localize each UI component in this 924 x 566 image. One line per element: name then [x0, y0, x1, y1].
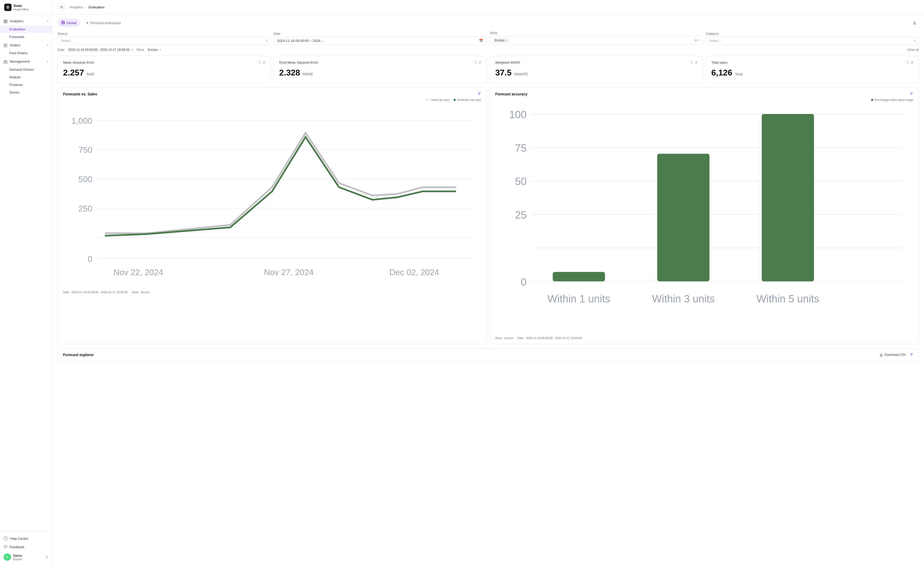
forecast-accuracy-footer: Store Encino Date 2024-11-18 00:00:00 - …	[495, 336, 913, 340]
analytics-nav-label: Analytics	[10, 19, 24, 23]
nav-section-management: Management ▾ Demand Drivers Notices Prod…	[0, 57, 52, 96]
sidebar-item-stores[interactable]: Stores	[0, 89, 52, 96]
sidebar-item-past-orders[interactable]: Past Orders	[0, 49, 52, 57]
filter-store-select[interactable]: Encino ✕ ⊗ ▾	[490, 36, 703, 45]
breadcrumb-separator: ›	[86, 5, 86, 9]
forecast-accuracy-card: Forecast accuracy Percentage within give…	[490, 87, 919, 344]
metric-wmape-info-icon[interactable]: ⓘ	[690, 60, 693, 65]
metric-mae-value: 2.257	[63, 68, 84, 77]
sidebar-item-forecasts[interactable]: Forecasts	[0, 33, 52, 41]
filter-category: Category Select... ▾	[706, 32, 919, 45]
svg-text:1,000: 1,000	[72, 116, 92, 125]
user-name: Demo	[13, 554, 22, 558]
download-csv-button[interactable]: Download CSV	[879, 353, 913, 357]
nav-section-management-header[interactable]: Management ▾	[0, 57, 52, 66]
help-centre-item[interactable]: ? Help Centre	[0, 534, 52, 543]
feedback-item[interactable]: Feedback	[0, 543, 52, 551]
nav-section-orders-header[interactable]: Orders ▾	[0, 41, 52, 50]
nav-section-analytics: Analytics ▾ Evaluation Forecasts	[0, 17, 52, 41]
legend-accuracy-dot	[871, 99, 873, 101]
metrics-row: Mean Absolute Error ⓘ ⊿ 2.257 MAE Root M…	[58, 56, 919, 83]
chart1-footer-store-value: Encino	[141, 291, 150, 294]
tab-global[interactable]: Global	[58, 19, 80, 27]
svg-text:0: 0	[88, 254, 92, 263]
svg-text:Nov 27, 2024: Nov 27, 2024	[264, 268, 314, 277]
orders-chevron-icon: ▾	[47, 44, 48, 47]
svg-rect-44	[553, 272, 605, 281]
metric-card-wmape: Weighted MAPE ⓘ ⊿ 37.5 WMAPE	[490, 56, 703, 83]
sidebar-item-evaluation[interactable]: Evaluation	[0, 26, 52, 33]
metric-card-total-sales: Total sales ⓘ ⊿ 6,126 Total	[706, 56, 919, 83]
svg-text:Within 3 units: Within 3 units	[652, 293, 715, 304]
sidebar-nav: Analytics ▾ Evaluation Forecasts	[0, 15, 52, 531]
filter-date: Date 2024-11-18 00:00:00 ~ 2024-... 📅	[274, 32, 487, 45]
clear-all-button[interactable]: Clear all	[907, 48, 919, 52]
metric-card-rmse: Root Mean Squared Error ⓘ ⊿ 2.328 RMSE	[274, 56, 487, 83]
forecasts-vs-sales-filter-icon[interactable]	[477, 92, 481, 96]
active-filters: Date 2024-11-18 00:00:00 - 2024-12-17 18…	[58, 48, 919, 52]
svg-text:25: 25	[515, 209, 526, 221]
forecasts-vs-sales-title: Forecasts vs. Sales	[63, 92, 97, 96]
svg-text:Nov 22, 2024: Nov 22, 2024	[114, 268, 164, 277]
sidebar-item-demand-drivers[interactable]: Demand Drivers	[0, 66, 52, 73]
active-filter-date-remove-icon[interactable]: ✕	[131, 48, 133, 52]
metric-rmse-info-icon[interactable]: ⓘ	[474, 60, 477, 65]
analytics-chevron-icon: ▾	[47, 20, 48, 23]
management-chevron-icon: ▾	[47, 60, 48, 63]
active-filter-store-remove-icon[interactable]: ✕	[159, 48, 162, 52]
active-filter-date: Date 2024-11-18 00:00:00 - 2024-12-17 18…	[58, 48, 133, 52]
filter-category-select[interactable]: Select... ▾	[706, 37, 919, 45]
calendar-icon: 📅	[479, 39, 483, 43]
sidebar-item-notices[interactable]: Notices	[0, 73, 52, 81]
store-tag-remove-icon[interactable]: ✕	[506, 39, 507, 42]
metric-mae-info-icon[interactable]: ⓘ	[258, 60, 261, 65]
legend-accuracy-label: Percentage within given range	[874, 98, 913, 101]
workspace-tabs: Global ✦ Personal workspace	[58, 19, 919, 27]
filter-date-select[interactable]: 2024-11-18 00:00:00 ~ 2024-... 📅	[274, 37, 487, 45]
metric-total-value: 6,126	[711, 68, 732, 77]
metric-wmape-value: 37.5	[495, 68, 512, 77]
svg-rect-14	[60, 7, 63, 7]
sidebar-toggle-button[interactable]	[58, 3, 66, 11]
forecast-explorer-card: Forecast explorer Download CSV	[58, 348, 919, 361]
forecasts-vs-sales-footer: Date 2024-11-18 00:00:00 - 2024-12-17 18…	[63, 291, 481, 294]
metric-rmse-value: 2.328	[279, 68, 300, 77]
svg-rect-15	[60, 8, 63, 8]
metric-rmse-filter-icon[interactable]: ⊿	[478, 60, 481, 65]
active-filter-store-value: Encino	[148, 48, 158, 52]
sidebar-item-products[interactable]: Products	[0, 81, 52, 89]
nav-section-analytics-header[interactable]: Analytics ▾	[0, 17, 52, 26]
breadcrumb-parent[interactable]: Analytics	[70, 5, 83, 9]
management-nav-label: Management	[10, 59, 30, 63]
store-clear-icon[interactable]: ⊗	[694, 39, 697, 42]
forecast-explorer-filter-icon[interactable]	[910, 353, 913, 357]
legend-sales-line	[426, 99, 430, 100]
filter-source-select[interactable]: Select... ▾	[58, 37, 271, 45]
store-chevron-icon: ▾	[698, 39, 699, 42]
legend-accuracy: Percentage within given range	[871, 98, 913, 101]
globe-icon	[61, 21, 65, 25]
filter-source-placeholder: Select...	[61, 39, 73, 43]
content-area: Global ✦ Personal workspace Source	[52, 14, 924, 566]
nav-section-orders: Orders ▾ Past Orders	[0, 41, 52, 57]
download-button[interactable]	[910, 19, 919, 27]
store-tag-encino: Encino ✕	[493, 38, 509, 43]
metric-total-filter-icon[interactable]: ⊿	[910, 60, 913, 65]
metric-wmape-title: Weighted MAPE	[495, 60, 520, 65]
forecast-accuracy-filter-icon[interactable]	[910, 92, 913, 96]
svg-text:Dec 02, 2024: Dec 02, 2024	[390, 268, 439, 277]
metric-total-title: Total sales	[711, 60, 728, 65]
help-centre-label: Help Centre	[10, 537, 28, 540]
filter-store-label: Store	[490, 31, 703, 35]
metric-mae-filter-icon[interactable]: ⊿	[262, 60, 265, 65]
user-expand-icon[interactable]: ⇅	[45, 555, 48, 559]
feedback-label: Feedback	[9, 545, 24, 549]
tab-personal-workspace[interactable]: ✦ Personal workspace	[82, 19, 124, 27]
active-filter-store: Store Encino ✕	[136, 48, 162, 52]
svg-text:75: 75	[515, 142, 526, 154]
chart1-footer-date-value: 2024-11-18 00:00:00 - 2024-12-17 18:59:5…	[72, 291, 128, 294]
metric-total-info-icon[interactable]: ⓘ	[906, 60, 909, 65]
svg-text:500: 500	[78, 175, 92, 184]
filter-category-placeholder: Select...	[710, 39, 722, 43]
metric-wmape-filter-icon[interactable]: ⊿	[695, 60, 698, 65]
